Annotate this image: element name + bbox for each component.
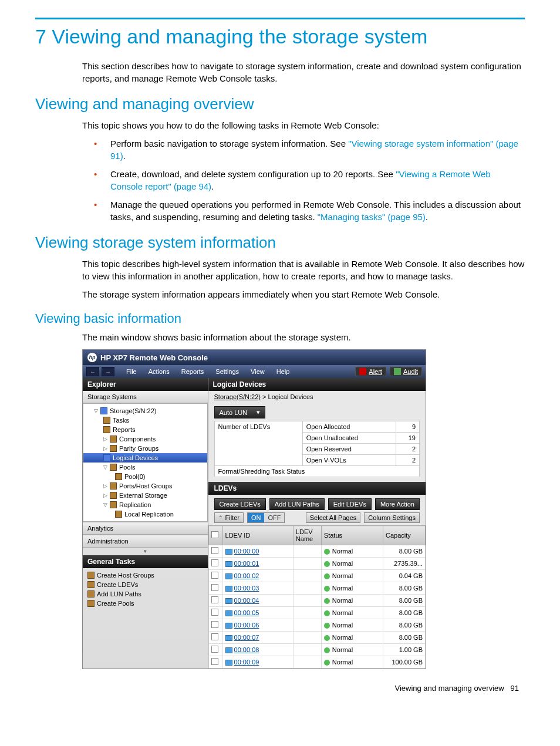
ldev-link[interactable]: 00:00:09 bbox=[234, 659, 259, 666]
menu-reports[interactable]: Reports bbox=[181, 368, 204, 375]
ldev-link[interactable]: 00:00:01 bbox=[234, 560, 259, 567]
bullet-3: Manage the queued operations you perform… bbox=[94, 198, 525, 223]
ldev-link[interactable]: 00:00:05 bbox=[234, 609, 259, 616]
filter-chevron-icon: ⌃ bbox=[218, 515, 223, 521]
row-checkbox[interactable] bbox=[211, 621, 218, 628]
tree-tasks[interactable]: Tasks bbox=[83, 416, 207, 425]
nav-back-button[interactable]: ← bbox=[86, 367, 99, 376]
ldev-link[interactable]: 00:00:08 bbox=[234, 646, 259, 653]
breadcrumb-root[interactable]: Storage(S/N:22) bbox=[214, 393, 261, 400]
tree-external-storage[interactable]: ▷External Storage bbox=[83, 491, 207, 500]
table-row[interactable]: 00:00:07Normal8.00 GB bbox=[208, 632, 425, 644]
audit-button[interactable]: Audit bbox=[390, 367, 422, 376]
host-groups-icon bbox=[87, 572, 95, 579]
select-all-checkbox[interactable] bbox=[211, 531, 218, 538]
ldev-link[interactable]: 00:00:00 bbox=[234, 548, 259, 555]
volume-icon bbox=[225, 598, 232, 604]
row-checkbox[interactable] bbox=[211, 584, 218, 591]
volume-icon bbox=[225, 660, 232, 666]
column-settings-button[interactable]: Column Settings bbox=[364, 512, 420, 523]
filter-button[interactable]: ⌃Filter bbox=[214, 512, 244, 523]
status-dot-icon bbox=[324, 586, 330, 592]
ldev-link[interactable]: 00:00:07 bbox=[234, 634, 259, 641]
tree-ports-host-groups[interactable]: ▷Ports/Host Groups bbox=[83, 481, 207, 491]
top-rule bbox=[35, 18, 525, 19]
row-checkbox[interactable] bbox=[211, 658, 218, 665]
administration-header[interactable]: Administration bbox=[83, 535, 208, 548]
create-ldevs-button[interactable]: Create LDEVs bbox=[214, 498, 266, 510]
menu-settings[interactable]: Settings bbox=[215, 368, 239, 375]
menu-actions[interactable]: Actions bbox=[149, 368, 170, 375]
table-row[interactable]: 00:00:05Normal8.00 GB bbox=[208, 607, 425, 619]
volume-icon bbox=[225, 647, 232, 653]
audit-icon bbox=[394, 368, 401, 375]
table-row[interactable]: 00:00:03Normal8.00 GB bbox=[208, 582, 425, 595]
tree-local-replication[interactable]: Local Replication bbox=[83, 509, 207, 519]
tree-root[interactable]: ▽Storage(S/N:22) bbox=[83, 406, 207, 416]
tree-pools[interactable]: ▽Pools bbox=[83, 463, 207, 472]
table-row[interactable]: 00:00:04Normal8.00 GB bbox=[208, 595, 425, 607]
nav-forward-button[interactable]: → bbox=[102, 367, 114, 376]
ldevs-header: LDEVs bbox=[208, 482, 426, 495]
volume-icon bbox=[225, 586, 232, 592]
table-row[interactable]: 00:00:01Normal2735.39... bbox=[208, 558, 425, 570]
status-dot-icon bbox=[324, 561, 330, 567]
pools-icon bbox=[110, 464, 117, 471]
table-row[interactable]: 00:00:08Normal1.00 GB bbox=[208, 644, 425, 656]
task-add-lun-paths[interactable]: Add LUN Paths bbox=[87, 589, 203, 599]
replication-icon bbox=[110, 501, 117, 508]
table-row[interactable]: 00:00:02Normal0.04 GB bbox=[208, 570, 425, 582]
filter-toggle[interactable]: ONOFF bbox=[247, 512, 285, 523]
expand-icon: ▽ bbox=[94, 408, 98, 414]
table-row[interactable]: 00:00:06Normal8.00 GB bbox=[208, 619, 425, 632]
tree-parity-groups[interactable]: ▷Parity Groups bbox=[83, 444, 207, 453]
open-vvols-value: 2 bbox=[396, 455, 420, 466]
window-title: HP XP7 Remote Web Console bbox=[100, 353, 208, 362]
lun-paths-icon bbox=[87, 590, 95, 598]
expand-icon: ▷ bbox=[103, 492, 107, 498]
table-row[interactable]: 00:00:00Normal8.00 GB bbox=[208, 545, 425, 558]
expand-more-icon[interactable]: ▼ bbox=[83, 548, 208, 555]
col-ldev-name[interactable]: LDEV Name bbox=[293, 526, 321, 545]
analytics-header[interactable]: Analytics bbox=[83, 522, 208, 535]
open-unallocated-label: Open Unallocated bbox=[302, 433, 396, 444]
tree-components[interactable]: ▷Components bbox=[83, 434, 207, 444]
col-capacity[interactable]: Capacity bbox=[383, 526, 426, 545]
col-ldev-id[interactable]: LDEV ID bbox=[222, 526, 293, 545]
ldev-link[interactable]: 00:00:04 bbox=[234, 597, 259, 604]
row-checkbox[interactable] bbox=[211, 572, 218, 579]
row-checkbox[interactable] bbox=[211, 559, 218, 566]
row-checkbox[interactable] bbox=[211, 609, 218, 616]
tree-replication[interactable]: ▽Replication bbox=[83, 500, 207, 509]
breadcrumb-leaf: Logical Devices bbox=[268, 393, 313, 400]
open-allocated-label: Open Allocated bbox=[302, 421, 396, 433]
num-ldevs-label: Number of LDEVs bbox=[214, 421, 302, 466]
more-actions-button[interactable]: More Action bbox=[375, 498, 420, 510]
auto-lun-dropdown[interactable]: Auto LUN▾ bbox=[214, 406, 266, 418]
add-lun-paths-button[interactable]: Add LUN Paths bbox=[269, 498, 325, 510]
table-row[interactable]: 00:00:09Normal100.00 GB bbox=[208, 656, 425, 669]
task-create-host-groups[interactable]: Create Host Groups bbox=[87, 571, 203, 580]
storage-systems-header[interactable]: Storage Systems bbox=[83, 391, 208, 403]
ldev-link[interactable]: 00:00:06 bbox=[234, 622, 259, 629]
edit-ldevs-button[interactable]: Edit LDEVs bbox=[328, 498, 372, 510]
link-managing-tasks[interactable]: "Managing tasks" (page 95) bbox=[318, 212, 426, 222]
tree-reports[interactable]: Reports bbox=[83, 425, 207, 434]
row-checkbox[interactable] bbox=[211, 596, 218, 603]
alert-button[interactable]: Alert bbox=[355, 367, 386, 376]
menu-help[interactable]: Help bbox=[276, 368, 290, 375]
page-title: 7 Viewing and managing the storage syste… bbox=[35, 25, 525, 48]
tree-pool0[interactable]: Pool(0) bbox=[83, 472, 207, 481]
row-checkbox[interactable] bbox=[211, 547, 218, 554]
task-create-pools[interactable]: Create Pools bbox=[87, 599, 203, 608]
row-checkbox[interactable] bbox=[211, 633, 218, 640]
col-status[interactable]: Status bbox=[321, 526, 383, 545]
menu-file[interactable]: File bbox=[126, 368, 137, 375]
tree-logical-devices[interactable]: Logical Devices bbox=[83, 453, 207, 463]
menu-view[interactable]: View bbox=[251, 368, 265, 375]
ldev-link[interactable]: 00:00:03 bbox=[234, 585, 259, 592]
row-checkbox[interactable] bbox=[211, 646, 218, 653]
task-create-ldevs[interactable]: Create LDEVs bbox=[87, 580, 203, 589]
ldev-link[interactable]: 00:00:02 bbox=[234, 572, 259, 579]
select-all-pages-button[interactable]: Select All Pages bbox=[306, 512, 361, 523]
